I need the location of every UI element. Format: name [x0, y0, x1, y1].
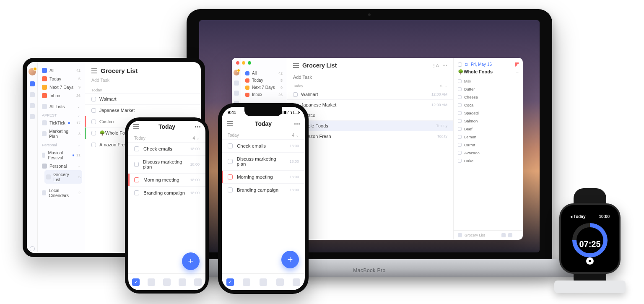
- sidebar-item-inbox[interactable]: Inbox26: [244, 91, 284, 98]
- subtask[interactable]: Lemon: [458, 133, 519, 141]
- task-row[interactable]: Walmart12:00 AM: [287, 89, 453, 99]
- sidebar-item-all[interactable]: All42: [40, 66, 82, 75]
- menu-icon[interactable]: [133, 124, 139, 129]
- checkbox[interactable]: [458, 135, 462, 139]
- checkbox[interactable]: [228, 174, 233, 179]
- avatar[interactable]: [29, 68, 36, 75]
- task-row[interactable]: Branding campaign18:00: [222, 183, 305, 196]
- maximize-icon[interactable]: [248, 61, 251, 65]
- checkbox[interactable]: [458, 151, 462, 155]
- tab-calendar[interactable]: [243, 278, 250, 286]
- task-row[interactable]: Check emails18:00: [222, 139, 305, 152]
- checkbox[interactable]: [134, 162, 139, 167]
- more-icon[interactable]: ⋯: [515, 233, 519, 237]
- checkbox[interactable]: [293, 92, 298, 97]
- task-row[interactable]: Discuss marketing plan18:00: [128, 155, 205, 173]
- checkbox[interactable]: [458, 159, 462, 163]
- list-item-marketing[interactable]: Marketing Plan8: [40, 127, 82, 140]
- search-icon[interactable]: [30, 114, 35, 119]
- list-name[interactable]: Grocery List: [465, 233, 485, 237]
- list-item-musical[interactable]: Musical Festival11: [40, 148, 82, 162]
- checkbox[interactable]: [458, 111, 462, 115]
- section-personal[interactable]: Personal⌄: [40, 140, 82, 148]
- checkbox[interactable]: [228, 187, 233, 192]
- tab-habit[interactable]: [179, 278, 186, 286]
- checkbox[interactable]: [458, 95, 462, 99]
- sidebar-item-today[interactable]: Today5: [40, 75, 82, 83]
- subtask[interactable]: Cake: [458, 157, 519, 165]
- close-icon[interactable]: [236, 61, 239, 65]
- checkbox[interactable]: [228, 143, 233, 148]
- menu-icon[interactable]: [227, 121, 233, 126]
- checkbox[interactable]: [134, 146, 139, 151]
- window-controls[interactable]: [236, 61, 251, 65]
- checkbox[interactable]: [91, 143, 96, 147]
- subtask[interactable]: Beef: [458, 125, 519, 133]
- tab-tasks[interactable]: [226, 278, 234, 286]
- tab-settings[interactable]: [293, 278, 300, 286]
- checkbox[interactable]: [458, 127, 462, 131]
- action-icon[interactable]: [501, 233, 506, 237]
- list-toggle-icon[interactable]: ≡: [516, 69, 519, 74]
- avatar[interactable]: [234, 70, 239, 75]
- subtask[interactable]: Salmon: [458, 117, 519, 125]
- sidebar-item-today[interactable]: Today5: [244, 77, 284, 84]
- bell-icon[interactable]: [30, 246, 35, 251]
- sidebar-item-all-lists[interactable]: All Lists⌄: [40, 102, 82, 111]
- task-row[interactable]: Morning meeting18:00: [222, 170, 305, 183]
- subtask[interactable]: Milk: [458, 77, 519, 85]
- subtask[interactable]: Carrot: [458, 141, 519, 149]
- folder-personal[interactable]: Personal⌄: [40, 162, 82, 170]
- subtask[interactable]: Avacado: [458, 149, 519, 157]
- add-task-button[interactable]: +: [182, 252, 200, 270]
- checkbox[interactable]: [458, 103, 462, 107]
- check-icon[interactable]: [30, 81, 35, 86]
- checkbox[interactable]: [91, 131, 96, 135]
- add-task-input[interactable]: Add Task: [85, 77, 201, 85]
- add-task-input[interactable]: [287, 73, 453, 81]
- task-row[interactable]: Whole FoodsTrolley: [287, 120, 453, 131]
- task-row[interactable]: Japanese Market: [85, 104, 201, 116]
- calendar-icon[interactable]: [30, 92, 35, 97]
- subtask[interactable]: Butter: [458, 85, 519, 93]
- subtask[interactable]: Cheese: [458, 93, 519, 101]
- checkbox[interactable]: [228, 159, 233, 164]
- checkbox[interactable]: [134, 190, 139, 195]
- tab-habit[interactable]: [276, 278, 284, 286]
- checkbox[interactable]: [134, 177, 139, 182]
- subtask[interactable]: Coca: [458, 101, 519, 109]
- tab-pomo[interactable]: [260, 278, 267, 286]
- task-row[interactable]: Japanese Market12:00 AM: [287, 99, 453, 110]
- sidebar-item-inbox[interactable]: Inbox26: [40, 91, 82, 100]
- more-icon[interactable]: [294, 123, 300, 125]
- back-button[interactable]: ◂ Today: [570, 214, 586, 219]
- check-icon[interactable]: [234, 81, 239, 86]
- task-row[interactable]: Branding campaign18:00: [128, 186, 205, 199]
- subtask[interactable]: Spagetti: [458, 109, 519, 117]
- list-item-grocery[interactable]: Grocery List5: [44, 170, 82, 184]
- stop-button[interactable]: [586, 257, 594, 265]
- add-task-button[interactable]: +: [281, 251, 299, 268]
- list-item-local-cal[interactable]: Local Calendars2: [40, 186, 82, 200]
- task-row[interactable]: Walmart: [85, 93, 201, 104]
- checkbox[interactable]: [91, 120, 96, 124]
- tab-settings[interactable]: [194, 278, 202, 286]
- sidebar-item-all[interactable]: All42: [244, 70, 284, 77]
- checkbox[interactable]: [91, 108, 96, 113]
- tab-pomo[interactable]: [163, 278, 171, 286]
- checkbox[interactable]: [458, 87, 462, 91]
- pomo-icon[interactable]: [30, 103, 35, 108]
- calendar-icon[interactable]: [234, 91, 239, 96]
- minimize-icon[interactable]: [242, 61, 245, 65]
- sidebar-item-next7[interactable]: Next 7 Days9: [40, 83, 82, 91]
- list-item-ticktick[interactable]: TickTick17: [40, 119, 82, 127]
- task-row[interactable]: Discuss marketing plan18:00: [222, 152, 305, 170]
- tab-tasks[interactable]: [132, 278, 140, 286]
- checkbox[interactable]: [458, 79, 462, 83]
- checkbox[interactable]: [458, 119, 462, 123]
- task-row[interactable]: Check emails18:00: [128, 142, 205, 155]
- sidebar-item-next7[interactable]: Next 7 Days9: [244, 84, 284, 91]
- checkbox[interactable]: [458, 143, 462, 147]
- section-appest[interactable]: APPEST⌄: [40, 111, 82, 119]
- task-row[interactable]: Amazon FreshToday: [287, 131, 453, 141]
